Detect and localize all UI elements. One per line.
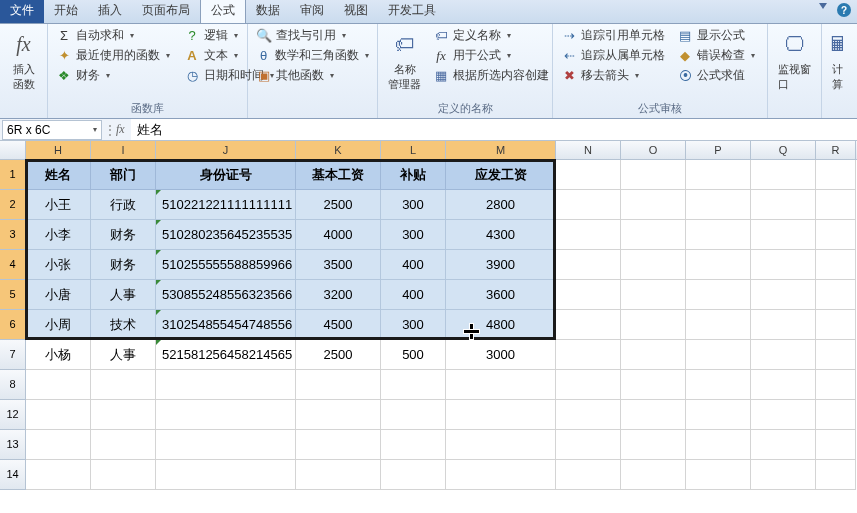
cell[interactable] xyxy=(816,310,856,340)
cell[interactable]: 3200 xyxy=(296,280,381,310)
ribbon-minimize-icon[interactable] xyxy=(819,3,827,9)
cell[interactable] xyxy=(686,460,751,490)
cell[interactable]: 2800 xyxy=(446,190,556,220)
tab-review[interactable]: 审阅 xyxy=(290,0,334,23)
cell[interactable]: 530855248556323566 xyxy=(156,280,296,310)
cell[interactable] xyxy=(621,220,686,250)
fx-button[interactable]: fx xyxy=(110,122,131,137)
cell[interactable] xyxy=(556,190,621,220)
cell[interactable] xyxy=(621,160,686,190)
cell[interactable] xyxy=(556,400,621,430)
cell[interactable]: 姓名 xyxy=(26,160,91,190)
cell[interactable]: 4800 xyxy=(446,310,556,340)
lookup-button[interactable]: 🔍查找与引用▾ xyxy=(254,26,371,45)
cell[interactable] xyxy=(156,400,296,430)
cell[interactable]: 3600 xyxy=(446,280,556,310)
tab-layout[interactable]: 页面布局 xyxy=(132,0,200,23)
col-P[interactable]: P xyxy=(686,141,751,159)
namebox-dropdown-icon[interactable]: ▾ xyxy=(93,125,97,134)
cell[interactable] xyxy=(556,460,621,490)
insert-function-button[interactable]: fx 插入函数 xyxy=(6,26,41,94)
col-L[interactable]: L xyxy=(381,141,446,159)
cell[interactable]: 300 xyxy=(381,190,446,220)
cell[interactable]: 400 xyxy=(381,250,446,280)
cell[interactable] xyxy=(156,430,296,460)
cell[interactable] xyxy=(296,400,381,430)
cell[interactable] xyxy=(26,430,91,460)
cell[interactable] xyxy=(621,190,686,220)
cell[interactable] xyxy=(381,460,446,490)
cell[interactable] xyxy=(446,460,556,490)
cell[interactable] xyxy=(686,190,751,220)
cell[interactable] xyxy=(91,370,156,400)
cell[interactable] xyxy=(751,250,816,280)
row-header-7[interactable]: 7 xyxy=(0,340,26,370)
calc-options-button[interactable]: 🖩 计算 xyxy=(828,26,848,94)
col-M[interactable]: M xyxy=(446,141,556,159)
cell[interactable] xyxy=(556,220,621,250)
create-from-sel-button[interactable]: ▦根据所选内容创建 xyxy=(431,66,551,85)
cell[interactable] xyxy=(686,280,751,310)
row-header-3[interactable]: 3 xyxy=(0,220,26,250)
cell[interactable] xyxy=(686,370,751,400)
trace-dependents-button[interactable]: ⇠追踪从属单元格 xyxy=(559,46,667,65)
error-check-button[interactable]: ◆错误检查▾ xyxy=(675,46,757,65)
cell[interactable] xyxy=(751,430,816,460)
cell[interactable]: 310254855454748556 xyxy=(156,310,296,340)
select-all-corner[interactable] xyxy=(0,141,26,159)
cell[interactable] xyxy=(816,250,856,280)
cell[interactable]: 300 xyxy=(381,310,446,340)
cell[interactable] xyxy=(156,370,296,400)
cell[interactable] xyxy=(621,310,686,340)
cell[interactable]: 4300 xyxy=(446,220,556,250)
cell[interactable] xyxy=(686,430,751,460)
help-icon[interactable]: ? xyxy=(837,3,851,17)
tab-dev[interactable]: 开发工具 xyxy=(378,0,446,23)
cell[interactable] xyxy=(621,460,686,490)
cell[interactable] xyxy=(446,400,556,430)
evaluate-button[interactable]: ⦿公式求值 xyxy=(675,66,757,85)
cell[interactable]: 财务 xyxy=(91,250,156,280)
cell[interactable]: 500 xyxy=(381,340,446,370)
cell[interactable] xyxy=(621,280,686,310)
cell[interactable] xyxy=(751,400,816,430)
cell[interactable] xyxy=(156,460,296,490)
row-header-14[interactable]: 14 xyxy=(0,460,26,490)
cell[interactable] xyxy=(686,310,751,340)
tab-home[interactable]: 开始 xyxy=(44,0,88,23)
financial-button[interactable]: ❖财务▾ xyxy=(54,66,172,85)
row-header-5[interactable]: 5 xyxy=(0,280,26,310)
define-name-button[interactable]: 🏷定义名称▾ xyxy=(431,26,551,45)
name-box[interactable]: 6R x 6C ▾ xyxy=(2,120,102,140)
cell[interactable]: 小杨 xyxy=(26,340,91,370)
tab-formulas[interactable]: 公式 xyxy=(200,0,246,23)
cell[interactable] xyxy=(686,250,751,280)
row-header-13[interactable]: 13 xyxy=(0,430,26,460)
cell[interactable] xyxy=(91,460,156,490)
cell[interactable]: 基本工资 xyxy=(296,160,381,190)
cell[interactable]: 4000 xyxy=(296,220,381,250)
autosum-button[interactable]: Σ自动求和▾ xyxy=(54,26,172,45)
row-header-1[interactable]: 1 xyxy=(0,160,26,190)
cell[interactable]: 小唐 xyxy=(26,280,91,310)
formula-input[interactable] xyxy=(131,119,857,140)
cell[interactable] xyxy=(816,400,856,430)
cell[interactable]: 身份证号 xyxy=(156,160,296,190)
cell[interactable]: 521581256458214565 xyxy=(156,340,296,370)
col-I[interactable]: I xyxy=(91,141,156,159)
cell[interactable]: 3000 xyxy=(446,340,556,370)
cell[interactable]: 3500 xyxy=(296,250,381,280)
trace-precedents-button[interactable]: ⇢追踪引用单元格 xyxy=(559,26,667,45)
col-O[interactable]: O xyxy=(621,141,686,159)
col-N[interactable]: N xyxy=(556,141,621,159)
cell[interactable] xyxy=(556,280,621,310)
morefn-button[interactable]: ▣其他函数▾ xyxy=(254,66,371,85)
cell[interactable] xyxy=(816,340,856,370)
cell[interactable] xyxy=(91,400,156,430)
cell[interactable]: 人事 xyxy=(91,340,156,370)
row-header-12[interactable]: 12 xyxy=(0,400,26,430)
cell[interactable] xyxy=(621,400,686,430)
cell[interactable] xyxy=(26,400,91,430)
cell[interactable] xyxy=(446,370,556,400)
row-header-8[interactable]: 8 xyxy=(0,370,26,400)
